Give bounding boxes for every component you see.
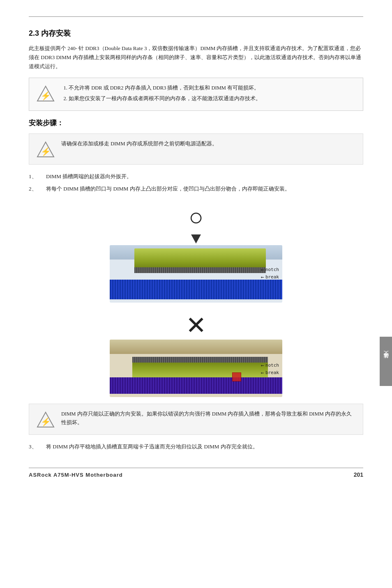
warning-item-2: 如果您仅安装了一根内存条或者两根不同的内存条，这不能激活双通道内存技术。 xyxy=(69,94,261,103)
down-arrow-correct xyxy=(110,232,282,244)
diagrams-area: ○ xyxy=(29,202,363,397)
wrong-diagram-block: ✕ ← xyxy=(110,307,282,397)
step-1: 1、 DIMM 插槽两端的起拔器向外扳开。 xyxy=(29,172,363,181)
step-3: 3、 将 DIMM 内存平稳地插入插槽直至两端卡子迅速而充分地归位以及 DIMM… xyxy=(29,442,363,451)
wrong-diagram: ← notch ← break xyxy=(110,340,282,397)
x-symbol: ✕ xyxy=(186,313,206,338)
step-2-text: 将每个 DIMM 插槽的凹口与 DIMM 内存上凸出部分对应，使凹口与凸出部分吻… xyxy=(46,184,290,193)
ram-slot-correct xyxy=(110,280,282,299)
warning-content-2: DIMM 内存只能以正确的方向安装。如果你以错误的方向强行将 DIMM 内存插入… xyxy=(61,410,355,427)
step-1-num: 1、 xyxy=(29,172,40,181)
svg-text:⚡: ⚡ xyxy=(41,147,51,156)
step-2: 2、 将每个 DIMM 插槽的凹口与 DIMM 内存上凸出部分对应，使凹口与凸出… xyxy=(29,184,363,193)
warning-icon-1: ⚡ xyxy=(37,85,55,103)
step-2-num: 2、 xyxy=(29,184,40,193)
page: 2.3 内存安装 此主板提供两个 240- 针 DDR3（Double Data… xyxy=(0,0,392,588)
step-list: 1、 DIMM 插槽两端的起拔器向外扳开。 2、 将每个 DIMM 插槽的凹口与… xyxy=(29,172,363,193)
step-3-text: 将 DIMM 内存平稳地插入插槽直至两端卡子迅速而充分地归位以及 DIMM 内存… xyxy=(46,442,258,451)
footer: ASRock A75M-HVS Motherboard 201 xyxy=(29,471,363,478)
correct-diagram: ← notch ← break xyxy=(110,231,282,303)
caution-icon: ⚡ xyxy=(37,140,55,158)
right-tab: 简体中文 xyxy=(380,337,392,386)
correct-diagram-block: ○ xyxy=(110,202,282,303)
svg-text:⚡: ⚡ xyxy=(41,417,51,427)
photo-correct: ← notch ← break xyxy=(110,245,282,303)
body-text: 此主板提供两个 240- 针 DDR3（Double Data Rate 3，双… xyxy=(29,44,363,71)
caution-content: 请确保在添加或移走 DIMM 内存或系统部件之前切断电源适配器。 xyxy=(61,140,217,148)
wrong-notch-indicator xyxy=(232,372,241,381)
ram-stick-correct xyxy=(134,248,266,273)
photo-wrong-top xyxy=(110,340,282,354)
warning-icon-2: ⚡ xyxy=(37,411,55,429)
break-label-correct: ← break xyxy=(261,274,279,280)
notch-label-wrong: ← notch xyxy=(261,362,279,368)
notch-break-overlay-wrong: ← notch ← break xyxy=(261,362,279,376)
top-rule xyxy=(29,16,363,17)
step-3-num: 3、 xyxy=(29,442,40,451)
install-steps-title: 安装步骤： xyxy=(29,118,363,128)
circle-symbol: ○ xyxy=(189,205,203,230)
svg-text:⚡: ⚡ xyxy=(41,91,51,101)
caution-box: ⚡ 请确保在添加或移走 DIMM 内存或系统部件之前切断电源适配器。 xyxy=(29,133,363,165)
notch-label-correct: ← notch xyxy=(261,266,279,273)
board-name: ASRock A75M-HVS Motherboard xyxy=(29,472,123,478)
step-1-text: DIMM 插槽两端的起拔器向外扳开。 xyxy=(46,172,132,181)
warning-box-1: ⚡ 不允许将 DDR 或 DDR2 内存条插入 DDR3 插槽，否则主板和 DI… xyxy=(29,78,363,111)
section-title: 2.3 内存安装 xyxy=(29,28,363,38)
notch-break-overlay-correct: ← notch ← break xyxy=(261,266,279,280)
svg-marker-4 xyxy=(191,234,201,243)
warning-item-1: 不允许将 DDR 或 DDR2 内存条插入 DDR3 插槽，否则主板和 DIMM… xyxy=(69,84,261,92)
step-3-list: 3、 将 DIMM 内存平稳地插入插槽直至两端卡子迅速而充分地归位以及 DIMM… xyxy=(29,442,363,451)
photo-wrong: ← notch ← break xyxy=(110,340,282,397)
warning-box-2: ⚡ DIMM 内存只能以正确的方向安装。如果你以错误的方向强行将 DIMM 内存… xyxy=(29,404,363,435)
page-number: 201 xyxy=(354,471,363,478)
break-label-wrong: ← break xyxy=(261,370,279,376)
bottom-rule xyxy=(29,468,363,468)
ram-slot-wrong xyxy=(110,377,282,394)
warning-content-1: 不允许将 DDR 或 DDR2 内存条插入 DDR3 插槽，否则主板和 DIMM… xyxy=(61,84,261,105)
